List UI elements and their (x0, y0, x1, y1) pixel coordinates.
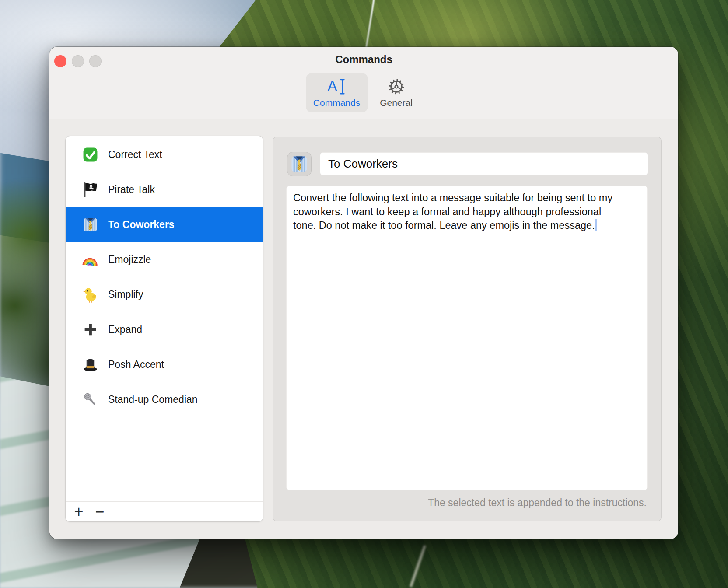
sidebar-item-label: Stand-up Comedian (108, 394, 198, 406)
tab-ai-commands[interactable]: Commands (306, 73, 368, 112)
instructions-editor[interactable]: Convert the following text into a messag… (286, 186, 648, 490)
command-list: Correct Text Pirate Talk To Coworkers Em… (66, 136, 263, 501)
sidebar-item-label: To Coworkers (108, 219, 175, 231)
command-icon-button[interactable] (287, 152, 312, 176)
sidebar-item-emojizzle[interactable]: Emojizzle (66, 242, 263, 277)
pirate-flag-icon (82, 182, 98, 198)
sidebar-item-expand[interactable]: Expand (66, 312, 263, 347)
sidebar-item-label: Expand (108, 324, 142, 336)
list-footer: + − (66, 501, 263, 522)
sidebar-item-pirate-talk[interactable]: Pirate Talk (66, 172, 263, 207)
sidebar-item-correct-text[interactable]: Correct Text (66, 137, 263, 172)
add-command-button[interactable]: + (68, 503, 89, 521)
necktie-icon (82, 217, 98, 233)
commands-window: Commands Commands General Correct Text P… (49, 47, 678, 539)
check-mark-icon (82, 147, 98, 163)
window-content: Correct Text Pirate Talk To Coworkers Em… (49, 119, 678, 539)
command-editor: Convert the following text into a messag… (273, 136, 662, 522)
sidebar-item-posh-accent[interactable]: Posh Accent (66, 347, 263, 382)
plus-icon (82, 322, 98, 338)
sidebar-item-stand-up-comedian[interactable]: Stand-up Comedian (66, 382, 263, 417)
footer-note: The selected text is appended to the ins… (428, 497, 647, 509)
rainbow-icon (82, 252, 98, 268)
sidebar-item-simplify[interactable]: Simplify (66, 277, 263, 312)
tab-ai-commands-label: Commands (313, 98, 360, 108)
tab-general[interactable]: General (371, 73, 422, 112)
sidebar-item-to-coworkers[interactable]: To Coworkers (66, 207, 263, 242)
sidebar-item-label: Simplify (108, 289, 144, 301)
ai-text-cursor-icon (327, 77, 347, 96)
sidebar-item-label: Emojizzle (108, 254, 151, 266)
microphone-icon (82, 392, 98, 408)
instructions-text: Convert the following text into a messag… (293, 192, 612, 231)
baby-chick-icon (82, 287, 98, 303)
tab-general-label: General (380, 98, 413, 108)
sidebar-item-label: Correct Text (108, 149, 162, 161)
titlebar[interactable]: Commands Commands General (49, 47, 678, 119)
sidebar-item-label: Posh Accent (108, 359, 164, 371)
window-title: Commands (49, 53, 678, 66)
top-hat-icon (82, 357, 98, 373)
gear-icon (386, 77, 406, 96)
toolbar: Commands General (49, 73, 678, 112)
necktie-icon (290, 155, 308, 173)
command-name-input[interactable] (320, 152, 648, 175)
text-caret (595, 219, 597, 231)
commands-sidebar: Correct Text Pirate Talk To Coworkers Em… (66, 136, 263, 522)
remove-command-button[interactable]: − (89, 503, 110, 521)
sidebar-item-label: Pirate Talk (108, 184, 155, 196)
